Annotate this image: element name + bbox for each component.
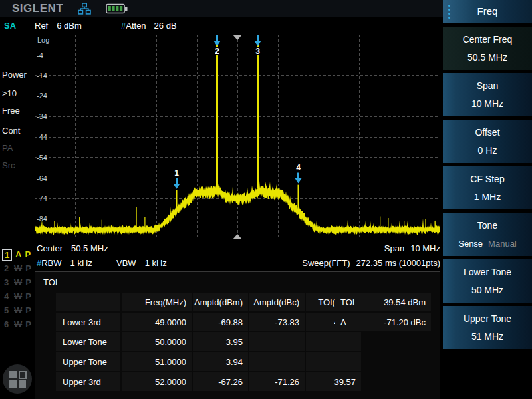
- trace-item-2[interactable]: 2WP: [2, 263, 31, 273]
- signal-peak: [435, 221, 436, 230]
- trace-state: P: [25, 263, 31, 273]
- battery-icon: [106, 2, 130, 15]
- menu-button-label: Span: [443, 80, 532, 91]
- trace-item-1[interactable]: 1AP: [2, 249, 31, 261]
- toi-measurement-panel: TOI Freq(MHz)Amptd(dBm)Amptd(dBc)TOI(dBm…: [35, 271, 440, 399]
- center-freq-label: Center: [37, 243, 63, 253]
- sidebar-status-src: Src: [2, 160, 15, 170]
- signal-peak: [380, 217, 380, 230]
- trace-type: W: [14, 319, 22, 329]
- signal-peak: [176, 190, 178, 209]
- rbw-value: 1 kHz: [70, 258, 92, 268]
- menu-button-span[interactable]: Span10 MHz: [443, 73, 532, 116]
- amplitude-scale-label: Log: [37, 36, 49, 44]
- graticule: [35, 35, 440, 239]
- trace-type: W: [14, 263, 22, 273]
- menu-button-offset[interactable]: Offset0 Hz: [443, 120, 532, 163]
- signal-peak: [388, 218, 388, 229]
- marker-1[interactable]: 1: [174, 168, 180, 189]
- menu-button-label: Offset: [443, 127, 532, 138]
- menu-button-options: SenseManual: [443, 239, 532, 249]
- menu-button-label: Tone: [443, 220, 532, 231]
- sweep-value: 272.35 ms (10001pts): [356, 258, 440, 268]
- trace-number: 3: [2, 277, 11, 287]
- marker-2[interactable]: 2: [214, 35, 221, 56]
- toi-table-row: Upper 3rd52.0000-67.26-71.2639.57: [56, 372, 361, 391]
- toi-cell: 50.0000: [122, 332, 192, 351]
- trace-state: P: [25, 319, 31, 329]
- atten-readout: # Atten 26 dB: [121, 21, 177, 31]
- trace-state: P: [25, 305, 31, 315]
- trace-number: 5: [2, 305, 11, 315]
- signal-peak: [102, 220, 102, 231]
- toi-cell: 49.0000: [122, 313, 192, 331]
- marker-3[interactable]: 3: [255, 35, 261, 56]
- marker-number-label: 2: [215, 47, 219, 56]
- rbw-label: RBW: [41, 258, 61, 268]
- trace-item-4[interactable]: 4WP: [2, 291, 31, 301]
- menu-button-value: 50 MHz: [443, 285, 532, 295]
- trace-item-5[interactable]: 5WP: [2, 305, 31, 315]
- mode-indicator: SA: [4, 21, 16, 31]
- menu-button-lower-tone[interactable]: Lower Tone50 MHz: [443, 259, 532, 303]
- menu-button-label: Center Freq: [443, 34, 532, 45]
- trace-type: A: [15, 249, 21, 261]
- signal-peak: [404, 221, 404, 228]
- status-row: SA Ref 6 dBm # Atten 26 dB: [0, 19, 443, 32]
- sidebar-status-10: >10: [2, 88, 17, 98]
- menu-button-tone[interactable]: ToneSenseManual: [443, 213, 532, 256]
- trace-state: P: [25, 277, 31, 287]
- spectrum-analyzer-screen: SIGLENT SA Ref 6 dBm # Atten: [0, 0, 532, 399]
- trace-number: 2: [2, 263, 11, 273]
- toi-summary-label: TOI: [335, 293, 358, 311]
- lan-network-icon: [78, 2, 91, 15]
- toi-results-table: Freq(MHz)Amptd(dBm)Amptd(dBc)TOI(dBm)Low…: [55, 291, 362, 392]
- touch-shortcut-button[interactable]: [3, 364, 32, 394]
- toi-row-label: Lower 3rd: [56, 313, 120, 331]
- square-tile-icon: [9, 380, 17, 388]
- toi-cell: 3.94: [193, 352, 248, 371]
- menu-header-freq[interactable]: Freq: [443, 0, 532, 23]
- menu-option-manual[interactable]: Manual: [488, 239, 517, 249]
- signal-peak: [136, 207, 137, 229]
- menu-button-upper-tone[interactable]: Upper Tone51 MHz: [443, 306, 532, 349]
- toi-cell: -69.88: [193, 313, 248, 331]
- ref-label: Ref: [35, 21, 48, 31]
- toi-row-label: Upper 3rd: [56, 372, 120, 391]
- trace-state: P: [25, 291, 31, 301]
- toi-cell: [249, 352, 305, 371]
- trace-item-3[interactable]: 3WP: [2, 277, 31, 287]
- toi-cell: -73.83: [249, 313, 305, 331]
- toi-summary-value: -71.20 dBc: [359, 313, 431, 331]
- menu-button-label: Upper Tone: [443, 313, 532, 324]
- bw-annotation-row: #RBW 1 kHz VBW 1 kHz Sweep(FFT) 272.35 m…: [35, 258, 440, 270]
- signal-peak: [298, 185, 299, 211]
- toi-column-header: Amptd(dBm): [193, 293, 248, 311]
- y-tick-label: -44: [37, 133, 47, 141]
- menu-option-sense[interactable]: Sense: [458, 239, 483, 249]
- menu-button-cf-step[interactable]: CF Step1 MHz: [443, 166, 532, 209]
- menu-button-value: 1 MHz: [443, 192, 532, 202]
- marker-4[interactable]: 4: [295, 163, 302, 184]
- sidebar-status-pa: PA: [2, 143, 13, 153]
- sweep-label: Sweep(FFT): [302, 258, 350, 268]
- atten-coupled-hash: #: [121, 21, 126, 31]
- signal-peak: [144, 217, 145, 229]
- menu-button-label: Lower Tone: [443, 267, 532, 277]
- trace-number: 1: [2, 249, 12, 261]
- trace-type: W: [14, 305, 22, 315]
- y-tick-label: -4: [37, 51, 43, 59]
- trace-item-6[interactable]: 6WP: [2, 319, 31, 329]
- atten-value: 26 dB: [154, 21, 177, 31]
- toi-cell: 52.0000: [122, 372, 192, 391]
- square-tile-icon: [19, 380, 26, 388]
- marker-arrow-icon: [214, 35, 221, 46]
- toi-cell: 39.57: [306, 372, 361, 391]
- y-tick-label: -14: [37, 72, 47, 80]
- square-tile-outline-icon: [19, 371, 27, 379]
- menu-button-center-freq[interactable]: Center Freq50.5 MHz: [443, 27, 532, 70]
- y-tick-label: -64: [37, 174, 47, 182]
- toi-summary-value: 39.54 dBm: [359, 293, 431, 311]
- y-tick-label: -34: [37, 112, 47, 120]
- center-freq-bottom-indicator: [233, 234, 242, 239]
